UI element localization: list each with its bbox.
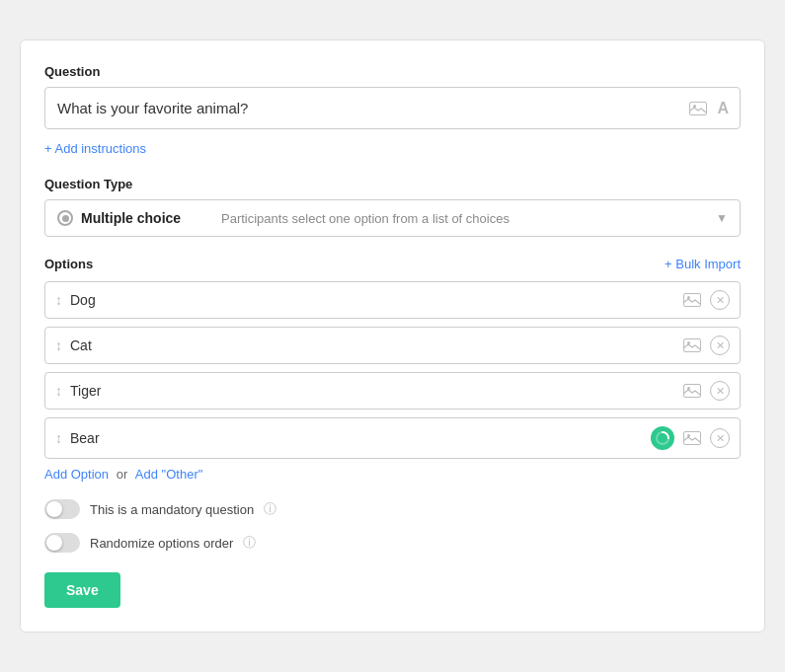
question-input-icons: A [687, 98, 731, 119]
option-input[interactable] [70, 430, 651, 446]
drag-handle-icon: ↕ [55, 337, 62, 353]
question-image-icon-btn[interactable] [687, 100, 709, 117]
toggle-knob [46, 501, 62, 517]
option-input[interactable] [70, 337, 680, 353]
add-option-button[interactable]: Add Option [44, 467, 109, 482]
svg-point-3 [687, 296, 690, 299]
form-card: Question A + Add instructions Question T… [20, 39, 765, 633]
svg-point-5 [687, 341, 690, 344]
question-type-label: Question Type [44, 177, 741, 191]
question-type-desc: Participants select one option from a li… [209, 211, 708, 226]
add-other-button[interactable]: Add "Other" [135, 467, 203, 482]
question-section-label: Question [44, 64, 741, 79]
svg-point-1 [693, 105, 696, 108]
option-actions: ✕ [680, 290, 730, 310]
options-list: ↕ ✕ ↕ [44, 281, 741, 459]
randomize-toggle[interactable] [44, 533, 80, 553]
option-remove-btn[interactable]: ✕ [710, 428, 730, 448]
question-type-select[interactable]: Multiple choice Participants select one … [44, 199, 741, 237]
question-type-name: Multiple choice [81, 210, 209, 226]
option-remove-btn[interactable]: ✕ [710, 290, 730, 310]
bulk-import-button[interactable]: + Bulk Import [665, 257, 741, 271]
options-header: Options + Bulk Import [44, 257, 741, 271]
option-row: ↕ ✕ [44, 417, 741, 459]
option-input[interactable] [70, 383, 680, 399]
question-input-wrap: A [44, 87, 741, 129]
drag-handle-icon: ↕ [55, 292, 62, 308]
spinner-icon [656, 431, 669, 445]
chevron-down-icon: ▼ [716, 211, 728, 225]
question-input[interactable] [44, 87, 741, 129]
radio-dot-inner [62, 215, 69, 222]
option-actions: ✕ [680, 381, 730, 401]
radio-icon [57, 210, 73, 226]
add-instructions-button[interactable]: + Add instructions [44, 141, 146, 156]
image-icon [683, 431, 701, 445]
randomize-toggle-label: Randomize options order [90, 536, 233, 551]
text-format-icon: A [717, 100, 729, 117]
option-remove-btn[interactable]: ✕ [710, 381, 730, 401]
svg-point-7 [687, 387, 690, 390]
option-actions: ✕ [651, 426, 730, 450]
svg-point-9 [687, 434, 690, 437]
option-image-icon-btn[interactable] [680, 291, 704, 309]
add-options-row: Add Option or Add "Other" [44, 467, 741, 482]
image-icon [683, 338, 701, 352]
save-button[interactable]: Save [44, 572, 120, 608]
help-icon[interactable]: ⓘ [264, 500, 276, 518]
option-row: ↕ ✕ [44, 281, 741, 319]
drag-handle-icon: ↕ [55, 430, 62, 446]
mandatory-toggle-label: This is a mandatory question [90, 502, 254, 517]
option-image-icon-btn[interactable] [680, 429, 704, 447]
help-icon[interactable]: ⓘ [243, 534, 256, 552]
option-image-icon-btn[interactable] [680, 336, 704, 354]
mandatory-toggle-row: This is a mandatory question ⓘ [44, 499, 741, 519]
spinner-icon-btn[interactable] [651, 426, 674, 450]
option-remove-btn[interactable]: ✕ [710, 336, 730, 355]
option-actions: ✕ [680, 336, 730, 355]
option-row: ↕ ✕ [44, 327, 741, 364]
option-image-icon-btn[interactable] [680, 382, 704, 400]
image-icon [683, 293, 701, 307]
or-separator: or [117, 467, 128, 482]
mandatory-toggle[interactable] [44, 499, 80, 519]
image-icon [689, 102, 707, 115]
option-row: ↕ ✕ [44, 372, 741, 410]
image-icon [683, 384, 701, 398]
question-type-section: Question Type Multiple choice Participan… [44, 177, 741, 237]
drag-handle-icon: ↕ [55, 383, 62, 399]
randomize-toggle-row: Randomize options order ⓘ [44, 533, 741, 553]
question-format-icon-btn[interactable]: A [715, 98, 731, 119]
toggle-knob [46, 535, 62, 551]
options-label: Options [44, 257, 93, 271]
option-input[interactable] [70, 292, 680, 308]
